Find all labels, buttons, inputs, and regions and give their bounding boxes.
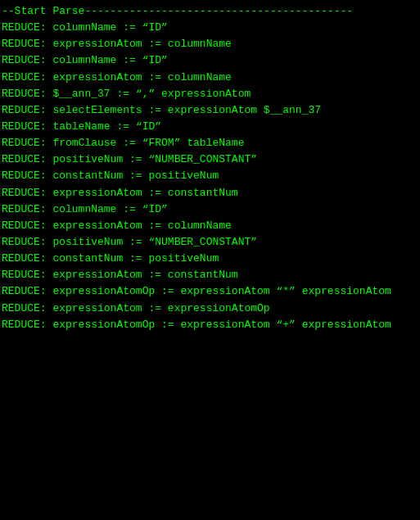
reduce-line: REDUCE: columnName := “ID”: [2, 20, 418, 36]
reduce-line: REDUCE: expressionAtom := columnName: [2, 218, 418, 234]
reduce-line: REDUCE: fromClause := “FROM” tableName: [2, 135, 418, 151]
reduce-line: REDUCE: positiveNum := “NUMBER_CONSTANT”: [2, 234, 418, 251]
reduce-line: REDUCE: constantNum := positiveNum: [2, 251, 418, 267]
reduce-line: REDUCE: expressionAtomOp := expressionAt…: [2, 317, 418, 333]
reduce-line: REDUCE: tableName := “ID”: [2, 119, 418, 135]
reduce-line: REDUCE: expressionAtom := constantNum: [2, 267, 418, 283]
console-container: --Start Parse---------------------------…: [0, 0, 420, 520]
reduce-line: REDUCE: expressionAtom := expressionAtom…: [2, 301, 418, 317]
reduce-line: REDUCE: expressionAtom := columnName: [2, 70, 418, 86]
reduce-line: REDUCE: constantNum := positiveNum: [2, 168, 418, 184]
reduce-line: REDUCE: expressionAtom := columnName: [2, 36, 418, 52]
reduce-line: REDUCE: positiveNum := “NUMBER_CONSTANT”: [2, 151, 418, 168]
reduce-line: REDUCE: expressionAtom := constantNum: [2, 185, 418, 201]
reduce-line: REDUCE: columnName := “ID”: [2, 201, 418, 218]
reduce-line: REDUCE: expressionAtomOp := expressionAt…: [2, 283, 418, 300]
reduce-line: REDUCE: columnName := “ID”: [2, 52, 418, 69]
reduce-line: REDUCE: $__ann_37 := “,” expressionAtom: [2, 86, 418, 102]
header-line: --Start Parse---------------------------…: [2, 3, 418, 20]
reduce-line: REDUCE: selectElements := expressionAtom…: [2, 102, 418, 119]
